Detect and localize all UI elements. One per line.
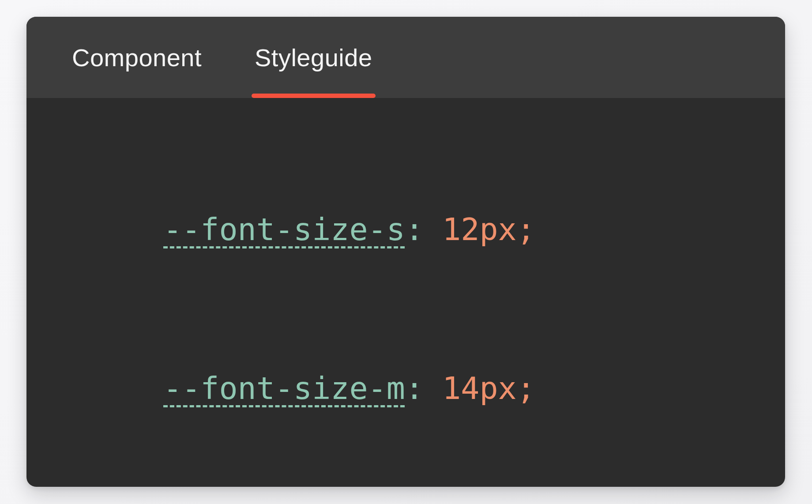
code-line: --font-size-s: 12px; bbox=[163, 210, 785, 249]
code-separator: : bbox=[405, 370, 442, 406]
styleguide-panel: Component Styleguide --font-size-s: 12px… bbox=[26, 17, 785, 487]
css-variable-value: 12px; bbox=[442, 211, 535, 248]
tab-styleguide[interactable]: Styleguide bbox=[255, 17, 372, 98]
active-tab-indicator bbox=[252, 94, 376, 98]
tab-component-label: Component bbox=[72, 43, 202, 72]
code-panel: --font-size-s: 12px; --font-size-m: 14px… bbox=[26, 98, 785, 487]
code-line: --font-size-m: 14px; bbox=[163, 369, 785, 408]
code-block: --font-size-s: 12px; --font-size-m: 14px… bbox=[163, 130, 785, 487]
tab-component[interactable]: Component bbox=[72, 17, 202, 98]
css-variable-value: 14px; bbox=[442, 370, 535, 406]
code-separator: : bbox=[405, 211, 442, 248]
css-variable-name[interactable]: --font-size-m bbox=[163, 370, 405, 406]
css-variable-name[interactable]: --font-size-s bbox=[163, 211, 405, 248]
tab-bar: Component Styleguide bbox=[26, 17, 785, 98]
tab-styleguide-label: Styleguide bbox=[255, 43, 372, 72]
